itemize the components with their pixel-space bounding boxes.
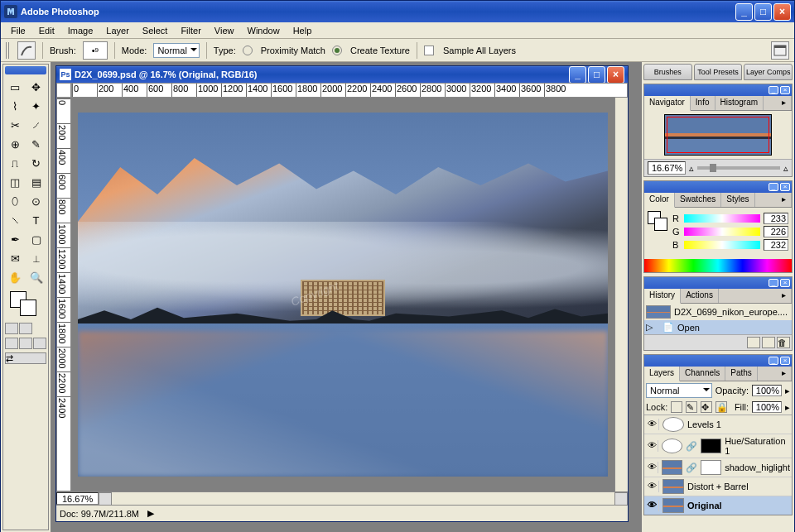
ruler-vertical[interactable]: 0200400600800100012001400160018002000220… [56, 98, 71, 491]
nav-zoom-slider[interactable] [697, 166, 780, 170]
tab-tool-presets[interactable]: Tool Presets [694, 64, 743, 80]
zoom-in-icon[interactable]: ▵ [783, 163, 788, 174]
tab-paths[interactable]: Paths [725, 367, 758, 381]
crop-tool[interactable]: ✂ [5, 116, 25, 134]
mode-dropdown[interactable]: Normal [153, 43, 199, 58]
tab-styles[interactable]: Styles [721, 193, 754, 207]
eye-icon[interactable]: 👁 [646, 462, 658, 473]
scrollbar-vertical[interactable] [614, 98, 628, 491]
tab-actions[interactable]: Actions [681, 289, 719, 303]
move-tool[interactable]: ✥ [26, 78, 46, 96]
tab-channels[interactable]: Channels [680, 367, 725, 381]
lock-pixels[interactable]: ✎ [686, 401, 697, 413]
screenmode-1[interactable] [5, 338, 18, 349]
menu-help[interactable]: Help [287, 24, 319, 37]
wand-tool[interactable]: ✦ [26, 97, 46, 115]
create-texture-radio[interactable] [332, 46, 342, 55]
menu-select[interactable]: Select [136, 24, 175, 37]
path-tool[interactable]: ⟍ [5, 211, 25, 229]
lock-all[interactable]: 🔒 [716, 401, 727, 413]
menu-view[interactable]: View [208, 24, 241, 37]
sample-all-checkbox[interactable] [424, 46, 434, 55]
tab-info[interactable]: Info [691, 96, 716, 110]
value-r[interactable]: 233 [764, 213, 788, 224]
zoom-tool[interactable]: 🔍 [26, 268, 46, 286]
close-button[interactable]: × [773, 3, 791, 21]
dodge-tool[interactable]: ⊙ [26, 192, 46, 210]
zoom-status[interactable]: 16.67% [56, 492, 99, 505]
brush-tool[interactable]: ✎ [26, 135, 46, 153]
color-swatches[interactable] [3, 288, 48, 321]
hist-min[interactable]: _ [768, 279, 778, 287]
menu-filter[interactable]: Filter [174, 24, 207, 37]
screenmode-2[interactable] [19, 338, 32, 349]
eyedropper-tool[interactable]: ⟂ [26, 249, 46, 267]
screenmode-3[interactable] [33, 338, 46, 349]
slider-r[interactable] [684, 214, 760, 223]
docsize-status[interactable]: Doc: 99.7M/211.8M [60, 509, 139, 519]
nav-close[interactable]: × [780, 86, 790, 94]
layer-levels[interactable]: 👁Levels 1 [644, 415, 792, 434]
nav-zoom-field[interactable]: 16.67% [648, 161, 686, 175]
menu-image[interactable]: Image [61, 24, 100, 37]
stamp-tool[interactable]: ⎍ [5, 154, 25, 172]
maximize-button[interactable]: □ [754, 3, 772, 21]
tab-history[interactable]: History [644, 289, 681, 304]
zoom-out-icon[interactable]: ▵ [689, 163, 694, 174]
tab-layers[interactable]: Layers [644, 367, 680, 381]
layer-distort[interactable]: 👁Distort + Barrel [644, 477, 792, 496]
layers-menu[interactable]: ▸ [777, 367, 792, 381]
heal-tool[interactable]: ⊕ [5, 135, 25, 153]
eraser-tool[interactable]: ◫ [5, 173, 25, 191]
lock-transparency[interactable] [671, 401, 682, 413]
color-close[interactable]: × [780, 183, 790, 191]
canvas-viewport[interactable]: Copyright [71, 98, 614, 491]
history-item-open[interactable]: ▷📄Open [644, 320, 792, 334]
value-g[interactable]: 226 [764, 226, 788, 237]
menu-layer[interactable]: Layer [99, 24, 136, 37]
options-grip[interactable] [6, 42, 11, 59]
app-titlebar[interactable]: Adobe Photoshop _ □ × [1, 1, 794, 22]
navigator-thumbnail[interactable] [664, 114, 772, 156]
ruler-horizontal[interactable]: 0200400600800100012001400160018002000220… [71, 83, 628, 98]
history-brush-tool[interactable]: ↻ [26, 154, 46, 172]
delete-state[interactable]: 🗑 [777, 337, 790, 348]
layer-shadow[interactable]: 👁🔗shadow_higlight [644, 458, 792, 477]
hist-menu[interactable]: ▸ [777, 289, 792, 303]
eye-icon[interactable]: 👁 [646, 440, 658, 452]
marquee-tool[interactable]: ▭ [5, 78, 25, 96]
pen-tool[interactable]: ✒ [5, 230, 25, 248]
jump-to-imageready[interactable]: ⇄ [5, 352, 46, 364]
color-spectrum[interactable] [644, 259, 792, 272]
tab-color[interactable]: Color [644, 193, 675, 208]
blend-mode-dropdown[interactable]: Normal [646, 383, 712, 398]
value-b[interactable]: 232 [764, 239, 788, 251]
layer-original[interactable]: 👁Original [644, 496, 792, 515]
minimize-button[interactable]: _ [735, 3, 753, 21]
history-snapshot[interactable]: D2X_0699_nikon_europe.... [644, 304, 792, 320]
fill-field[interactable]: 100% [752, 401, 782, 413]
new-snapshot[interactable] [762, 337, 775, 348]
doc-close[interactable]: × [607, 66, 624, 84]
toolbox-head[interactable] [5, 66, 46, 74]
brush-preview[interactable]: •9 [83, 41, 108, 60]
tab-layer-comps[interactable]: Layer Comps [744, 64, 793, 80]
eye-icon[interactable]: 👁 [646, 419, 659, 430]
quickmask-off[interactable] [5, 323, 18, 334]
eye-icon[interactable]: 👁 [646, 481, 659, 492]
notes-tool[interactable]: ✉ [5, 249, 25, 267]
nav-min[interactable]: _ [768, 86, 778, 94]
lock-position[interactable]: ✥ [701, 401, 712, 413]
tab-histogram[interactable]: Histogram [716, 96, 764, 110]
lasso-tool[interactable]: ⌇ [5, 97, 25, 115]
background-swatch[interactable] [20, 300, 36, 316]
nav-menu[interactable]: ▸ [777, 96, 792, 110]
slice-tool[interactable]: ⟋ [26, 116, 46, 134]
tab-brushes[interactable]: Brushes [643, 64, 692, 80]
quickmask-on[interactable] [19, 323, 32, 334]
new-doc-from-state[interactable] [747, 337, 760, 348]
type-tool[interactable]: T [26, 211, 46, 229]
scrollbar-horizontal[interactable]: 16.67% [56, 491, 628, 505]
opacity-field[interactable]: 100% [752, 385, 782, 396]
menu-file[interactable]: File [4, 24, 32, 37]
